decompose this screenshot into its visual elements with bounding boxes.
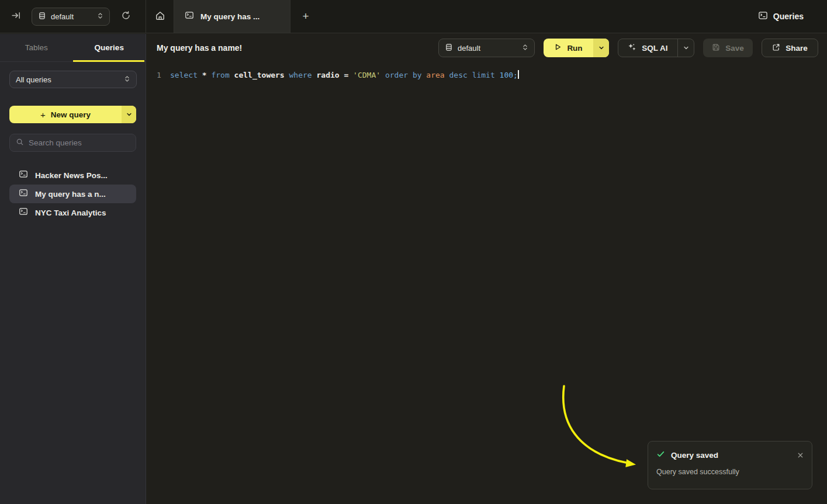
sparkles-icon (628, 43, 636, 53)
tab-strip: My query has ... + (146, 0, 758, 33)
editor-database-value: default (458, 44, 517, 53)
sql-ai-dropdown[interactable] (677, 39, 694, 57)
top-bar: default (0, 0, 827, 33)
play-icon (554, 43, 562, 53)
editor-header: My query has a name! default (147, 34, 827, 62)
share-button[interactable]: Share (762, 39, 818, 57)
code-line: 1 select * from cell_towers where radio … (147, 68, 827, 83)
search-queries-box (9, 134, 136, 152)
topbar-left: default (0, 0, 146, 33)
toast-header: Query saved (656, 450, 804, 461)
share-label: Share (786, 44, 808, 53)
new-query-button[interactable]: + New query (9, 106, 136, 123)
query-icon (19, 188, 28, 200)
toast-query-saved: Query saved Query saved successfully (648, 441, 812, 489)
sidebar-body: All queries + New query (0, 62, 146, 222)
share-icon (772, 43, 780, 53)
sidebar-tab-tables[interactable]: Tables (0, 34, 73, 61)
query-filter-value: All queries (16, 75, 119, 84)
new-tab-button[interactable]: + (290, 0, 321, 33)
sidebar-tabs: Tables Queries (0, 34, 146, 62)
query-list-item[interactable]: Hacker News Pos... (9, 166, 136, 185)
query-icon (758, 11, 768, 22)
toast-close-button[interactable] (797, 451, 804, 460)
close-icon (797, 451, 804, 460)
database-icon (445, 43, 453, 53)
editor-database-select[interactable]: default (438, 39, 535, 57)
tab-label: My query has ... (200, 12, 259, 21)
section-heading: Queries (758, 11, 804, 22)
save-button[interactable]: Save (703, 39, 753, 57)
section-heading-label: Queries (773, 12, 804, 21)
topbar-database-select[interactable]: default (32, 8, 110, 26)
save-label: Save (725, 44, 744, 53)
query-title[interactable]: My query has a name! (157, 43, 242, 53)
refresh-button[interactable] (118, 9, 133, 24)
save-icon (712, 43, 720, 53)
query-icon (19, 207, 28, 218)
query-item-label: Hacker News Pos... (35, 171, 108, 180)
sidebar-tab-queries[interactable]: Queries (73, 34, 146, 61)
plus-icon: + (302, 10, 309, 22)
text-caret (518, 70, 519, 79)
home-button[interactable] (146, 0, 174, 33)
query-icon (185, 11, 194, 22)
query-item-label: NYC Taxi Analytics (35, 208, 106, 217)
query-list: Hacker News Pos... My query has a n... (9, 166, 136, 222)
chevron-updown-icon (522, 44, 528, 53)
run-options-dropdown[interactable] (593, 39, 609, 57)
query-list-item-selected[interactable]: My query has a n... (9, 185, 136, 203)
collapse-sidebar-icon (11, 11, 21, 22)
chevron-updown-icon (124, 75, 130, 84)
chevron-down-icon (126, 112, 132, 117)
line-number: 1 (147, 68, 170, 83)
new-query-label: New query (51, 110, 91, 119)
query-icon (19, 169, 28, 181)
tab-my-query[interactable]: My query has ... (174, 0, 290, 33)
sql-ai-button[interactable]: SQL AI (618, 39, 694, 57)
refresh-icon (121, 11, 131, 22)
check-icon (656, 450, 665, 461)
database-icon (38, 12, 46, 22)
chevron-down-icon (598, 45, 604, 51)
query-list-item[interactable]: NYC Taxi Analytics (9, 203, 136, 222)
topbar-right: Queries (758, 0, 827, 33)
plus-icon: + (40, 110, 46, 120)
editor-controls: default Run (438, 39, 818, 57)
toast-message: Query saved successfully (656, 468, 804, 476)
query-item-label: My query has a n... (35, 190, 106, 199)
chevron-down-icon (683, 45, 689, 51)
run-button[interactable]: Run (544, 39, 609, 57)
toast-title: Query saved (671, 451, 718, 460)
chevron-updown-icon (97, 12, 103, 21)
search-queries-input[interactable] (29, 138, 130, 147)
search-icon (16, 138, 24, 148)
query-filter-select[interactable]: All queries (9, 71, 137, 88)
home-icon (155, 11, 165, 23)
collapse-sidebar-button[interactable] (8, 9, 23, 24)
sql-ai-label: SQL AI (642, 44, 667, 53)
new-query-dropdown[interactable] (122, 106, 136, 123)
editor-pane: My query has a name! default (147, 34, 827, 504)
sql-editor[interactable]: 1 select * from cell_towers where radio … (147, 62, 827, 83)
run-label: Run (567, 44, 582, 53)
sidebar: Tables Queries All queries + New query (0, 34, 146, 504)
database-select-value: default (51, 12, 92, 21)
code-line-content: select * from cell_towers where radio = … (170, 68, 519, 83)
